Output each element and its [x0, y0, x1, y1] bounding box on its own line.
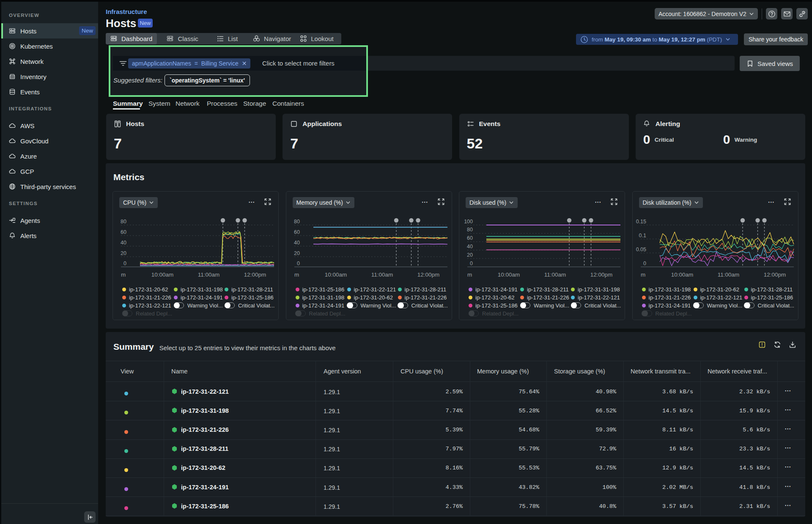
svg-text:12:00pm: 12:00pm — [244, 272, 266, 278]
svg-text:10:00am: 10:00am — [151, 272, 174, 278]
svg-text:60: 60 — [121, 229, 126, 235]
svg-text:100: 100 — [464, 219, 473, 225]
svg-text:40: 40 — [121, 240, 126, 246]
svg-text:80: 80 — [121, 219, 126, 225]
svg-text:40: 40 — [294, 240, 300, 246]
svg-text:12:00pm: 12:00pm — [763, 272, 786, 278]
svg-text:20: 20 — [294, 250, 300, 256]
svg-text:11:00am: 11:00am — [717, 272, 739, 278]
svg-text:11:00am: 11:00am — [371, 272, 393, 278]
svg-text:10:00am: 10:00am — [671, 272, 693, 278]
svg-text:0: 0 — [643, 261, 646, 266]
svg-text:m: m — [294, 272, 299, 278]
svg-text:0.15: 0.15 — [636, 219, 646, 225]
svg-text:80: 80 — [294, 219, 300, 225]
svg-text:11:00am: 11:00am — [198, 272, 220, 278]
svg-text:20: 20 — [467, 252, 473, 258]
svg-text:11:00am: 11:00am — [544, 272, 566, 278]
svg-text:40: 40 — [467, 244, 473, 250]
svg-text:m: m — [641, 272, 645, 278]
svg-text:10:00am: 10:00am — [324, 272, 347, 278]
svg-text:12:00pm: 12:00pm — [590, 272, 613, 278]
svg-text:60: 60 — [467, 235, 473, 241]
svg-text:10:00am: 10:00am — [498, 272, 520, 278]
svg-text:20: 20 — [121, 250, 126, 256]
svg-text:0: 0 — [297, 261, 300, 266]
svg-text:m: m — [467, 272, 472, 278]
svg-text:80: 80 — [467, 227, 473, 233]
svg-text:0: 0 — [123, 261, 126, 266]
svg-text:12:00pm: 12:00pm — [417, 272, 439, 278]
svg-text:60: 60 — [294, 229, 300, 235]
svg-text:0.05: 0.05 — [636, 247, 646, 252]
svg-text:m: m — [121, 272, 126, 278]
svg-text:0.1: 0.1 — [639, 233, 646, 239]
svg-text:0: 0 — [470, 261, 473, 266]
